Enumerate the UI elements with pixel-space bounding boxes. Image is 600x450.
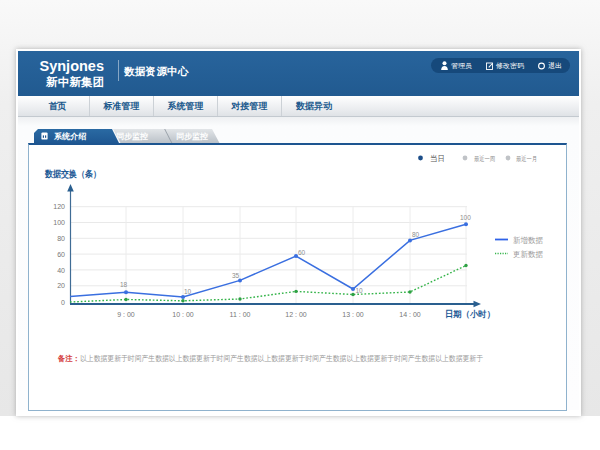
svg-text:最近一月: 最近一月: [516, 155, 537, 163]
svg-text:以上数据更新于时间产生数据以上数据更新于时间产生数据以上数据: 以上数据更新于时间产生数据以上数据更新于时间产生数据以上数据更新于时间产生数据以…: [80, 354, 483, 363]
svg-text:120: 120: [53, 203, 65, 210]
svg-text:100: 100: [460, 214, 471, 221]
svg-text:14 : 00: 14 : 00: [399, 311, 421, 318]
svg-text:11 : 00: 11 : 00: [230, 311, 251, 318]
svg-text:更新数据: 更新数据: [513, 250, 543, 259]
svg-text:数据交换（条）: 数据交换（条）: [44, 169, 101, 179]
svg-text:40: 40: [57, 267, 65, 274]
svg-text:10 : 00: 10 : 00: [172, 311, 194, 318]
svg-text:35: 35: [232, 272, 240, 279]
svg-text:最近一周: 最近一周: [474, 155, 495, 162]
svg-text:0: 0: [61, 299, 65, 306]
svg-text:12 : 00: 12 : 00: [285, 311, 307, 318]
svg-text:80: 80: [412, 231, 420, 238]
svg-text:20: 20: [57, 282, 65, 289]
svg-text:备注：: 备注：: [57, 354, 80, 363]
svg-text:10: 10: [356, 287, 364, 294]
svg-text:新增数据: 新增数据: [513, 236, 543, 245]
svg-text:60: 60: [298, 249, 306, 256]
svg-text:18: 18: [120, 281, 128, 288]
svg-text:当日: 当日: [430, 154, 445, 163]
svg-text:9 : 00: 9 : 00: [117, 311, 135, 318]
svg-text:80: 80: [57, 235, 65, 242]
svg-text:13 : 00: 13 : 00: [342, 311, 364, 318]
svg-text:日期（小时）: 日期（小时）: [445, 309, 495, 319]
svg-text:10: 10: [184, 288, 192, 295]
svg-text:100: 100: [53, 219, 65, 226]
svg-text:60: 60: [57, 251, 65, 258]
